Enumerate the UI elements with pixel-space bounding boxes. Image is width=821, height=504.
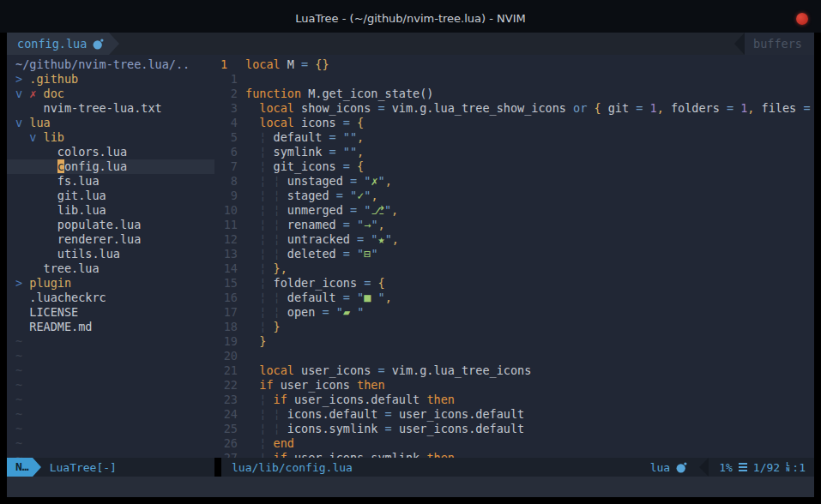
token-kw: function	[245, 87, 301, 100]
tree-row[interactable]: ~/github/nvim-tree.lua/..	[7, 57, 214, 72]
tree-row[interactable]: utils.lua	[7, 247, 214, 261]
code-line[interactable]: 21 local user_icons = vim.g.lua_tree_ico…	[214, 363, 814, 378]
token-sq: "	[378, 291, 385, 304]
code-line[interactable]: 17 ¦ ¦ open = "▰ "	[214, 305, 814, 320]
buffers-tab[interactable]: buffers	[745, 33, 814, 55]
code-line[interactable]: 5 ¦ default = "",	[214, 130, 814, 145]
code-line[interactable]: 6 ¦ symlink = "",	[214, 145, 814, 159]
code-line[interactable]: 11 ¦ ¦ renamed = "→",	[214, 218, 814, 232]
token-sp	[266, 451, 273, 458]
tree-row[interactable]: v ✗ doc	[7, 87, 214, 101]
close-button[interactable]	[796, 13, 808, 25]
token-sp	[245, 363, 259, 377]
token-sq: "	[371, 247, 377, 261]
token-sp	[245, 291, 259, 304]
tree-row[interactable]: LICENSE	[7, 305, 214, 320]
code-line[interactable]: 26 ¦ end	[214, 436, 814, 451]
token-op: =	[336, 189, 350, 202]
token-gd: ¦	[274, 407, 281, 421]
tree-row[interactable]: > .github	[7, 72, 214, 87]
token-ch: v	[15, 116, 22, 129]
code-line[interactable]: 7 ¦ git_icons = {	[214, 159, 814, 174]
token-sp	[245, 320, 259, 333]
code-line[interactable]: 15 ¦ folder_icons = {	[214, 276, 814, 291]
tree-row[interactable]: v lib	[7, 130, 214, 145]
code-line[interactable]: 27 ¦ if user_icons.symlink then	[214, 451, 814, 458]
statusline-tree-segment: N… LuaTree[-]	[7, 458, 214, 477]
code-line[interactable]: 12 ¦ ¦ untracked = "★",	[214, 232, 814, 247]
token-br: {	[594, 101, 607, 115]
tree-row[interactable]: git.lua	[7, 189, 214, 203]
tree-row[interactable]: .luacheckrc	[7, 291, 214, 305]
token-sp	[266, 305, 273, 319]
token-sp	[245, 436, 259, 450]
token-sp	[245, 247, 259, 261]
token-id: user_icons	[274, 378, 358, 392]
tree-row[interactable]: config.lua	[7, 159, 214, 174]
token-br: {}	[315, 57, 329, 71]
token-file: fs.lua	[15, 174, 100, 188]
tree-row[interactable]: README.md	[7, 320, 214, 334]
token-sp	[245, 218, 259, 231]
tree-row[interactable]: fs.lua	[7, 174, 214, 189]
tab-config-lua[interactable]: config.lua	[7, 33, 109, 55]
code-line[interactable]: 8 ¦ ¦ unstaged = "✗",	[214, 174, 814, 189]
tree-row[interactable]: > plugin	[7, 276, 214, 291]
token-id: open	[281, 305, 323, 319]
relative-line-number: 4	[214, 116, 245, 130]
token-id: default	[281, 291, 343, 304]
code-line[interactable]: 18 ¦ }	[214, 320, 814, 334]
token-id: git_icons	[266, 159, 342, 173]
tree-row[interactable]: colors.lua	[7, 145, 214, 159]
token-sp	[245, 116, 259, 129]
token-sq: "	[385, 232, 392, 246]
titlebar[interactable]: LuaTree - (~/github/nvim-tree.lua) - NVI…	[0, 0, 821, 33]
code-line[interactable]: 2function M.get_icon_state()	[214, 87, 814, 101]
token-sp	[266, 203, 273, 217]
code-line[interactable]: 19 }	[214, 334, 814, 349]
code-pane[interactable]: 1local M = {}12function M.get_icon_state…	[214, 55, 814, 458]
code-line[interactable]: 10 ¦ ¦ unmerged = "⎇",	[214, 203, 814, 218]
token-id: user_icons	[294, 363, 378, 377]
relative-line-number: 15	[214, 276, 245, 291]
token-sq: "	[384, 203, 391, 217]
token-id: folders	[671, 101, 727, 115]
token-sp	[245, 451, 259, 458]
scroll-percent: 1%	[719, 461, 733, 474]
token-op: =	[377, 363, 391, 377]
relative-line-number: 24	[214, 407, 245, 422]
tree-row[interactable]: lib.lua	[7, 203, 214, 218]
tree-row[interactable]: populate.lua	[7, 218, 214, 232]
token-sp	[266, 320, 273, 333]
code-line[interactable]: 14 ¦ },	[214, 261, 814, 276]
token-kw: if	[274, 451, 287, 458]
code-line[interactable]: 4 local icons = {	[214, 116, 814, 130]
token-id: untracked	[281, 232, 357, 246]
code-line[interactable]: 16 ¦ ¦ default = "■ ",	[214, 291, 814, 305]
tree-row[interactable]: tree.lua	[7, 261, 214, 276]
code-line[interactable]: 9 ¦ ¦ staged = "✓",	[214, 189, 814, 203]
token-gd: ¦	[274, 247, 281, 261]
file-tree-pane[interactable]: ~/github/nvim-tree.lua/..> .githubv ✗ do…	[7, 55, 214, 458]
command-line[interactable]	[7, 477, 814, 497]
tree-row[interactable]: nvim-tree-lua.txt	[7, 101, 214, 116]
powerline-arrow-icon	[699, 458, 709, 477]
tree-row[interactable]: v lua	[7, 116, 214, 130]
code-line[interactable]: 23 ¦ if user_icons.default then	[214, 393, 814, 407]
token-op: =	[350, 174, 364, 188]
code-line[interactable]: 13 ¦ ¦ deleted = "⊟"	[214, 247, 814, 261]
code-line[interactable]: 1	[214, 72, 814, 87]
tree-row[interactable]: renderer.lua	[7, 232, 214, 247]
line-count: 1/92	[753, 461, 780, 474]
code-line[interactable]: 20	[214, 349, 814, 363]
code-line[interactable]: 22 if user_icons then	[214, 378, 814, 393]
relative-line-number: 18	[214, 320, 245, 334]
code-line[interactable]: 24 ¦ ¦ icons.default = user_icons.defaul…	[214, 407, 814, 422]
code-line[interactable]: 25 ¦ ¦ icons.symlink = user_icons.defaul…	[214, 422, 814, 436]
code-line[interactable]: 3 local show_icons = vim.g.lua_tree_show…	[214, 101, 814, 116]
terminal-frame: config.lua buffers ~/github/nvim-tree.lu…	[7, 33, 814, 497]
token-op: =	[343, 116, 357, 129]
code-line[interactable]: 1local M = {}	[214, 57, 814, 72]
token-op: =	[329, 145, 343, 159]
token-file: renderer.lua	[15, 232, 141, 246]
